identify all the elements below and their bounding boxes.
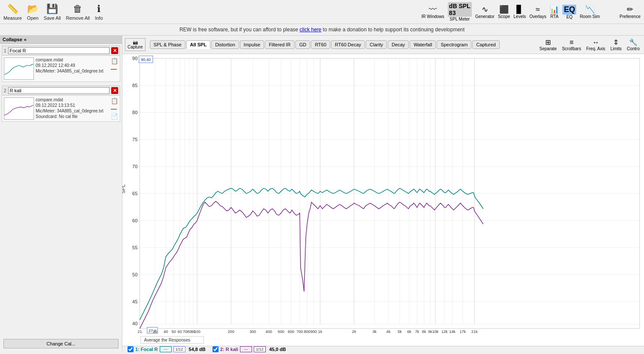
tab-rt60-decay[interactable]: RT60 Decay bbox=[331, 40, 365, 49]
spl-meter-button[interactable]: dB SPL83 SPL Meter bbox=[448, 2, 472, 21]
legend-color-1: — bbox=[160, 346, 172, 352]
legend-smooth-1[interactable]: 1/12 bbox=[173, 346, 185, 352]
tab-captured[interactable]: Captured bbox=[472, 40, 499, 49]
svg-text:5k: 5k bbox=[398, 330, 402, 334]
capture-icon: 📷 bbox=[133, 40, 138, 45]
frequency-response-chart: 90 85 80 75 70 65 60 55 50 45 40 90,40 bbox=[122, 54, 644, 346]
svg-text:40: 40 bbox=[164, 330, 168, 334]
tab-bar: 📷 Capture SPL & Phase All SPL Distortion… bbox=[122, 36, 644, 54]
legend-check-1[interactable] bbox=[128, 346, 134, 352]
svg-text:600: 600 bbox=[288, 330, 294, 334]
svg-text:75: 75 bbox=[132, 137, 137, 142]
svg-rect-0 bbox=[4, 58, 33, 79]
open-icon: 📂 bbox=[27, 3, 39, 15]
measure-icon: 📏 bbox=[7, 3, 18, 15]
svg-text:80: 80 bbox=[132, 110, 137, 115]
svg-text:50: 50 bbox=[171, 330, 176, 334]
collapse-icon: « bbox=[24, 37, 27, 42]
tab-waterfall[interactable]: Waterfall bbox=[410, 40, 436, 49]
tab-gd[interactable]: GD bbox=[295, 40, 310, 49]
svg-text:9k: 9k bbox=[428, 330, 432, 334]
tab-distortion[interactable]: Distortion bbox=[211, 40, 239, 49]
svg-text:200: 200 bbox=[228, 330, 234, 334]
levels-button[interactable]: ▊ Levels bbox=[513, 5, 526, 19]
sidebar-bottom bbox=[0, 124, 122, 336]
svg-text:2k: 2k bbox=[352, 330, 356, 334]
tab-decay[interactable]: Decay bbox=[388, 40, 409, 49]
svg-text:85: 85 bbox=[132, 83, 137, 88]
tab-impulse[interactable]: Impulse bbox=[240, 40, 264, 49]
svg-text:900: 900 bbox=[310, 330, 317, 334]
legend-db-1: 54,8 dB bbox=[189, 347, 206, 352]
remove-all-icon: 🗑 bbox=[73, 3, 82, 15]
limits-button[interactable]: ⇕ Limits bbox=[609, 37, 623, 52]
measurement-name-input-1[interactable] bbox=[8, 47, 109, 54]
tab-filtered-ir[interactable]: Filtered IR bbox=[265, 40, 295, 49]
save-all-button[interactable]: 💾 Save All bbox=[44, 3, 61, 21]
tab-rt60[interactable]: RT60 bbox=[311, 40, 330, 49]
eq-button[interactable]: EQ EQ bbox=[562, 5, 576, 19]
measure-button[interactable]: 📏 Measure bbox=[3, 3, 22, 21]
svg-text:700: 700 bbox=[297, 330, 303, 334]
tab-spl-phase[interactable]: SPL & Phase bbox=[150, 40, 185, 49]
measurement-body-2: compare.mdat 09.12.2022 13:13:51 Mic/Met… bbox=[2, 96, 120, 121]
preference-button[interactable]: ✏ Preference bbox=[620, 5, 641, 19]
ir-windows-icon: 〰 bbox=[429, 5, 437, 14]
donation-link[interactable]: click here bbox=[300, 27, 322, 33]
room-sim-button[interactable]: 📉 Room Sim bbox=[580, 5, 600, 19]
main-area: Collapse « 1 ✕ compare.mdat 09.12.202 bbox=[0, 36, 644, 352]
measurement-edit-icon-1[interactable]: 📋 bbox=[111, 57, 118, 64]
ir-windows-button[interactable]: 〰 IR Windows bbox=[421, 5, 444, 19]
tab-clarity[interactable]: Clarity bbox=[366, 40, 387, 49]
measurement-line-icon-1[interactable]: — bbox=[111, 65, 118, 72]
svg-text:4k: 4k bbox=[386, 330, 391, 334]
measurement-close-1[interactable]: ✕ bbox=[111, 47, 118, 54]
measurement-name-input-2[interactable] bbox=[8, 87, 109, 94]
collapse-button[interactable]: Collapse « bbox=[0, 36, 122, 44]
controls-button[interactable]: 🔧 Contro bbox=[625, 37, 641, 52]
measurement-body-1: compare.mdat 09.12.2022 12:40:49 Mic/Met… bbox=[2, 56, 120, 82]
measurement-info-2: compare.mdat 09.12.2022 13:13:51 Mic/Met… bbox=[36, 97, 109, 120]
svg-text:65: 65 bbox=[132, 191, 137, 196]
remove-all-button[interactable]: 🗑 Remove All bbox=[66, 3, 90, 21]
change-cal-button[interactable]: Change Cal... bbox=[3, 339, 118, 348]
levels-icon: ▊ bbox=[516, 5, 522, 14]
legend-smooth-2[interactable]: 1/12 bbox=[254, 346, 266, 352]
measurement-close-2[interactable]: ✕ bbox=[111, 87, 118, 94]
measurement-thumb-1 bbox=[4, 57, 34, 80]
scrollbars-button[interactable]: ≡ Scrollbars bbox=[560, 38, 583, 52]
scope-button[interactable]: ⬛ Scope bbox=[498, 5, 510, 19]
tab-spectrogram[interactable]: Spectrogram bbox=[437, 40, 471, 49]
chart-area: 📷 Capture SPL & Phase All SPL Distortion… bbox=[122, 36, 644, 352]
measurement-doc-icon-2[interactable]: 📄 bbox=[111, 113, 118, 120]
svg-text:500: 500 bbox=[278, 330, 284, 334]
separate-button[interactable]: ⊞ Separate bbox=[538, 37, 559, 52]
info-button[interactable]: ℹ Info bbox=[95, 3, 103, 21]
tab-all-spl[interactable]: All SPL bbox=[186, 40, 211, 49]
freq-axis-button[interactable]: ↔ Freq. Axis bbox=[584, 38, 607, 52]
overlays-button[interactable]: ≈ Overlays bbox=[529, 5, 546, 19]
measurement-line-icon-2[interactable]: — bbox=[111, 105, 118, 112]
svg-text:70: 70 bbox=[132, 164, 137, 169]
legend-check-2[interactable] bbox=[213, 346, 219, 352]
capture-button[interactable]: 📷 Capture bbox=[125, 38, 146, 51]
legend-color-2: — bbox=[240, 346, 252, 352]
legend-item-2: 2: R kali — 1/12 45,0 dB bbox=[213, 346, 286, 352]
preference-icon: ✏ bbox=[627, 5, 633, 14]
generator-button[interactable]: ∿ Generator bbox=[475, 5, 495, 19]
save-all-icon: 💾 bbox=[46, 3, 58, 15]
measurement-edit-icon-2[interactable]: 📋 bbox=[111, 97, 118, 104]
separate-icon: ⊞ bbox=[545, 38, 551, 46]
svg-text:90,40: 90,40 bbox=[141, 57, 151, 62]
measurement-header-1: 1 ✕ bbox=[2, 46, 120, 56]
sidebar: Collapse « 1 ✕ compare.mdat 09.12.202 bbox=[0, 36, 122, 352]
svg-rect-1 bbox=[4, 98, 33, 119]
open-button[interactable]: 📂 Open bbox=[27, 3, 39, 21]
rta-button[interactable]: 📊 RTA bbox=[550, 5, 559, 19]
measurement-panel-2: 2 ✕ compare.mdat 09.12.2022 13:13:51 Mic… bbox=[2, 85, 120, 122]
svg-text:45: 45 bbox=[132, 299, 137, 304]
legend-label-2: 2: R kali bbox=[220, 347, 238, 352]
controls-icon: 🔧 bbox=[629, 38, 638, 46]
svg-text:55: 55 bbox=[132, 245, 137, 250]
svg-text:14k: 14k bbox=[449, 330, 456, 334]
